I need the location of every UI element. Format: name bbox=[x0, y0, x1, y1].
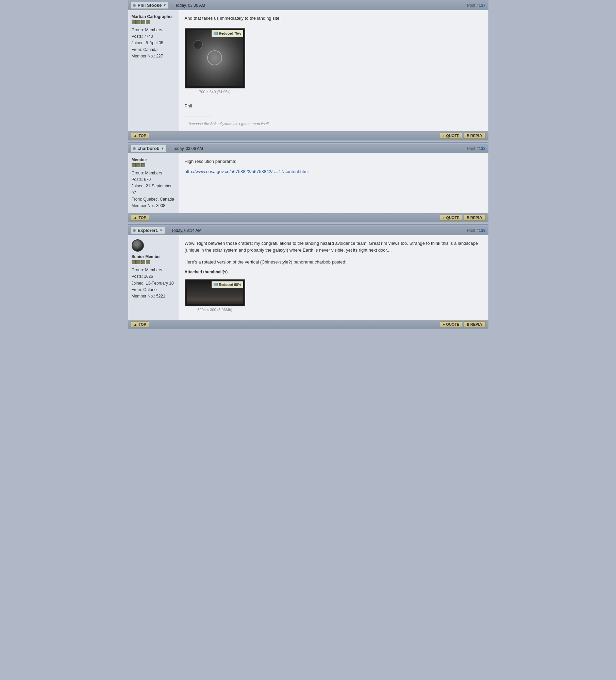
footer-left-137: ▲ TOP bbox=[131, 133, 149, 139]
post-header-137: Phil Stooke ▼ □ Today, 03:00 AM Post #13… bbox=[128, 0, 488, 10]
post-number-link-139[interactable]: #139 bbox=[477, 228, 486, 233]
user-sidebar-138: Member Group: Members Posts: 670 Joined:… bbox=[128, 153, 179, 213]
username-137: Phil Stooke bbox=[138, 3, 162, 8]
post-footer-137: ▲ TOP + QUOTE !! REPLY bbox=[128, 131, 488, 140]
post-sig-137: ... because the Solar System ain't gonna… bbox=[185, 121, 483, 127]
user-title-138: Member bbox=[132, 157, 176, 162]
top-button-138[interactable]: ▲ TOP bbox=[131, 215, 149, 221]
username-dropdown-139[interactable]: Explorer1 ▼ bbox=[131, 227, 165, 234]
post-number-138: #138 bbox=[477, 146, 486, 151]
quote-button-137[interactable]: + QUOTE bbox=[440, 133, 463, 139]
user-meta-139: Group: Members Posts: 1626 Joined: 13-Fe… bbox=[132, 267, 176, 300]
dropdown-arrow-139: ▼ bbox=[159, 228, 163, 232]
post-label-137: Post bbox=[467, 3, 475, 8]
top-arrow-icon-138: ▲ bbox=[134, 216, 137, 220]
post-text2-139: Here's a rotated version of the vertical… bbox=[185, 259, 483, 266]
avatar-139 bbox=[132, 239, 144, 252]
post-label-138: Post bbox=[467, 146, 475, 151]
post-header-138: charborob ▼ □ Today, 03:06 AM Post #138 bbox=[128, 143, 488, 153]
user-member-139: Member No.: 5221 bbox=[132, 293, 176, 300]
post-content-138: High resolution panorama: http://www.cns… bbox=[179, 153, 488, 213]
user-group-137: Group: Members bbox=[132, 27, 176, 33]
reply-button-137[interactable]: !! REPLY bbox=[464, 133, 485, 139]
username-139: Explorer1 bbox=[138, 228, 158, 233]
dropdown-arrow-138: ▼ bbox=[161, 147, 164, 150]
pip-138-1 bbox=[132, 163, 136, 167]
username-dropdown-138[interactable]: charborob ▼ bbox=[131, 145, 167, 152]
user-meta-137: Group: Members Posts: 7740 Joined: 5-Apr… bbox=[132, 27, 176, 60]
image-caption-139: 3904 × 300 (3.06Mb) bbox=[185, 307, 245, 313]
panorama-link[interactable]: http://www.cnsa.gov.cn/n6758823/n6758842… bbox=[185, 169, 309, 174]
footer-left-139: ▲ TOP bbox=[131, 321, 149, 327]
post-header-left: Phil Stooke ▼ □ Today, 03:00 AM bbox=[131, 2, 205, 9]
pip-138-2 bbox=[136, 163, 140, 167]
post-number-area-139: Post #139 bbox=[467, 228, 485, 233]
footer-right-137: + QUOTE !! REPLY bbox=[440, 133, 486, 139]
user-sidebar-137: Martian Cartographer Group: Members Post… bbox=[128, 10, 179, 131]
offline-indicator bbox=[133, 4, 136, 7]
pip-3 bbox=[141, 20, 145, 24]
post-content-139: Wow! Right between those craters; my con… bbox=[179, 235, 488, 320]
post-link-138: http://www.cnsa.gov.cn/n6758823/n6758842… bbox=[185, 168, 483, 175]
post-separator-137: -------------------- bbox=[185, 114, 483, 120]
image-caption-137: 700 × 640 (74.95k) bbox=[185, 89, 245, 95]
post-footer-139: ▲ TOP + QUOTE !! REPLY bbox=[128, 320, 488, 329]
attached-label-139: Attached thumbnail(s) bbox=[185, 269, 483, 275]
post-text-139: Wow! Right between those craters; my con… bbox=[185, 240, 483, 253]
user-joined-137: Joined: 5-April 05 bbox=[132, 40, 176, 46]
username-138: charborob bbox=[138, 146, 160, 151]
user-from-137: From: Canada bbox=[132, 47, 176, 53]
post-header-left-139: Explorer1 ▼ □ Today, 03:14 AM bbox=[131, 227, 202, 234]
post-icon-138: □ bbox=[169, 147, 171, 151]
post-number-139: #139 bbox=[477, 228, 486, 233]
top-arrow-icon-139: ▲ bbox=[134, 322, 137, 326]
post-time-138: Today, 03:06 AM bbox=[173, 146, 203, 151]
post-header-139: Explorer1 ▼ □ Today, 03:14 AM Post #139 bbox=[128, 225, 488, 235]
post-139: Explorer1 ▼ □ Today, 03:14 AM Post #139 … bbox=[128, 225, 488, 329]
post-137: Phil Stooke ▼ □ Today, 03:00 AM Post #13… bbox=[128, 0, 488, 140]
pip-2 bbox=[136, 20, 140, 24]
post-number-area-137: Post #137 bbox=[467, 3, 485, 8]
post-number-link-138[interactable]: #138 bbox=[477, 146, 486, 151]
user-group-138: Group: Members bbox=[132, 170, 176, 176]
quote-button-139[interactable]: + QUOTE bbox=[440, 321, 463, 327]
reply-button-139[interactable]: !! REPLY bbox=[464, 321, 485, 327]
pip-138-3 bbox=[141, 163, 145, 167]
footer-left-138: ▲ TOP bbox=[131, 215, 149, 221]
img-icon-139 bbox=[214, 283, 218, 286]
post-content-137: And that takes us immediately to the lan… bbox=[179, 10, 488, 131]
user-posts-137: Posts: 7740 bbox=[132, 33, 176, 40]
dropdown-arrow: ▼ bbox=[163, 3, 166, 7]
user-pips-137 bbox=[132, 20, 176, 24]
pip-139-1 bbox=[132, 260, 136, 264]
top-arrow-icon: ▲ bbox=[134, 134, 137, 138]
user-member-137: Member No.: 227 bbox=[132, 53, 176, 60]
quote-button-138[interactable]: + QUOTE bbox=[440, 215, 463, 221]
user-from-138: From: Québec, Canada bbox=[132, 196, 176, 203]
avatar-image-139 bbox=[132, 240, 143, 251]
reply-button-138[interactable]: !! REPLY bbox=[464, 215, 485, 221]
username-dropdown-137[interactable]: Phil Stooke ▼ bbox=[131, 2, 169, 9]
post-image-139[interactable]: Reduced 98% 3904 × 300 (3.06Mb) bbox=[185, 279, 245, 313]
user-joined-139: Joined: 13-February 10 bbox=[132, 280, 176, 287]
post-image-137[interactable]: Reduced 75% 700 × 640 (74.95k) bbox=[185, 28, 245, 95]
top-button-137[interactable]: ▲ TOP bbox=[131, 133, 149, 139]
post-time-139: Today, 03:14 AM bbox=[171, 228, 202, 233]
user-joined-138: Joined: 21-September 07 bbox=[132, 183, 176, 196]
post-number-137: #137 bbox=[477, 3, 486, 8]
post-number-link-137[interactable]: #137 bbox=[477, 3, 486, 8]
top-button-139[interactable]: ▲ TOP bbox=[131, 321, 149, 327]
post-icon: □ bbox=[171, 3, 173, 7]
pip-1 bbox=[132, 20, 136, 24]
post-label-139: Post bbox=[467, 228, 475, 233]
reduced-badge-139: Reduced 98% bbox=[212, 281, 243, 288]
post-body-139: Senior Member Group: Members Posts: 1626… bbox=[128, 235, 488, 320]
user-from-139: From: Ontario bbox=[132, 287, 176, 293]
user-title-139: Senior Member bbox=[132, 254, 176, 259]
img-icon bbox=[214, 32, 218, 35]
user-sidebar-139: Senior Member Group: Members Posts: 1626… bbox=[128, 235, 179, 320]
user-pips-139 bbox=[132, 260, 176, 264]
reduced-badge-137: Reduced 75% bbox=[212, 30, 243, 37]
pip-4 bbox=[146, 20, 150, 24]
post-text-138: High resolution panorama: bbox=[185, 158, 483, 165]
